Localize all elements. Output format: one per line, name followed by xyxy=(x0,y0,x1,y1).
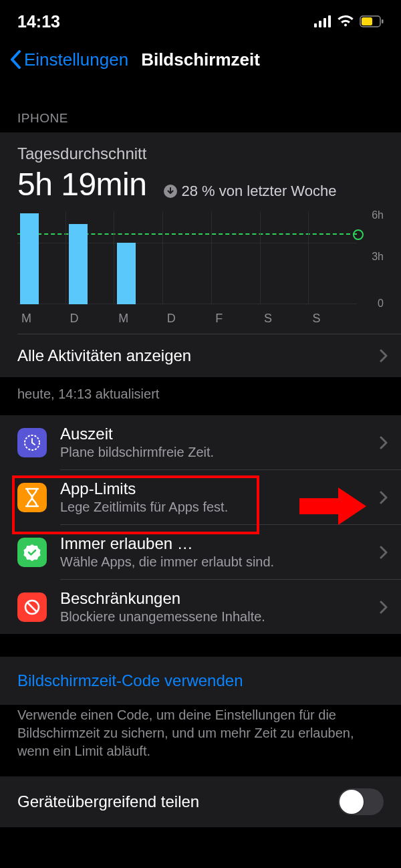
all-activities-row[interactable]: Alle Aktivitäten anzeigen xyxy=(0,334,401,377)
chevron-right-icon xyxy=(380,491,388,504)
code-footer: Verwende einen Code, um deine Einstellun… xyxy=(0,705,401,776)
chart-bar xyxy=(69,224,88,304)
x-tick: S xyxy=(260,312,309,326)
status-time: 14:13 xyxy=(17,12,60,31)
nav-bar: Einstellungen Bildschirmzeit xyxy=(0,43,401,76)
share-row: Geräteübergreifend teilen xyxy=(0,776,401,827)
list-item-beschr-nkungen[interactable]: BeschränkungenBlockiere unangemessene In… xyxy=(0,580,401,634)
item-subtitle: Plane bildschirmfreie Zeit. xyxy=(60,445,380,460)
chart-bar xyxy=(117,243,136,304)
all-activities-label: Alle Aktivitäten anzeigen xyxy=(17,346,380,365)
y-tick-3: 3h xyxy=(372,251,384,263)
chevron-right-icon xyxy=(380,546,388,559)
delta-text: 28 % von letzter Woche xyxy=(164,183,336,200)
chevron-right-icon xyxy=(380,436,388,449)
chevron-right-icon xyxy=(380,601,388,614)
x-tick: M xyxy=(17,312,66,326)
clock-icon xyxy=(17,428,47,457)
item-title: Immer erlauben … xyxy=(60,534,380,553)
y-tick-0: 0 xyxy=(378,298,384,310)
code-link-row[interactable]: Bildschirmzeit-Code verwenden xyxy=(0,657,401,705)
nosign-icon xyxy=(17,592,47,622)
item-title: Beschränkungen xyxy=(60,589,380,608)
usage-chart: 6h 3h 0 MDMDFSS xyxy=(0,208,401,326)
chevron-right-icon xyxy=(380,349,388,362)
svg-line-9 xyxy=(27,603,37,612)
chart-bar xyxy=(20,213,39,304)
status-bar: 14:13 xyxy=(0,0,401,43)
item-title: App-Limits xyxy=(60,479,380,498)
code-link-label: Bildschirmzeit-Code verwenden xyxy=(17,671,243,689)
back-label: Einstellungen xyxy=(24,49,128,70)
page-title: Bildschirmzeit xyxy=(141,49,260,70)
share-label: Geräteübergreifend teilen xyxy=(17,792,338,811)
x-tick: S xyxy=(308,312,357,326)
svg-rect-6 xyxy=(382,19,384,23)
svg-rect-5 xyxy=(362,17,372,25)
avg-value: 5h 19min xyxy=(17,166,146,203)
back-button[interactable]: Einstellungen xyxy=(0,49,128,70)
svg-rect-2 xyxy=(323,18,326,27)
hourglass-icon xyxy=(17,483,47,512)
svg-rect-3 xyxy=(328,15,331,27)
section-header: IPHONE xyxy=(0,76,401,132)
status-right xyxy=(314,15,384,28)
x-tick: D xyxy=(163,312,212,326)
x-tick: F xyxy=(211,312,260,326)
y-tick-6: 6h xyxy=(372,209,384,221)
item-subtitle: Wähle Apps, die immer erlaubt sind. xyxy=(60,554,380,570)
summary-panel: Tagesdurchschnitt 5h 19min 28 % von letz… xyxy=(0,132,401,377)
svg-rect-0 xyxy=(314,23,317,27)
x-tick: D xyxy=(66,312,115,326)
wifi-icon xyxy=(337,15,354,28)
signal-icon xyxy=(314,15,331,27)
settings-list: AuszeitPlane bildschirmfreie Zeit.App-Li… xyxy=(0,415,401,634)
battery-icon xyxy=(360,15,384,27)
item-subtitle: Lege Zeitlimits für Apps fest. xyxy=(60,500,380,515)
list-item-app-limits[interactable]: App-LimitsLege Zeitlimits für Apps fest. xyxy=(0,470,401,524)
updated-timestamp: heute, 14:13 aktualisiert xyxy=(0,377,401,415)
chevron-left-icon xyxy=(9,50,21,69)
svg-rect-1 xyxy=(319,21,321,27)
item-subtitle: Blockiere unangemessene Inhalte. xyxy=(60,609,380,625)
code-panel: Bildschirmzeit-Code verwenden xyxy=(0,657,401,705)
avg-label: Tagesdurchschnitt xyxy=(17,144,384,163)
list-item-auszeit[interactable]: AuszeitPlane bildschirmfreie Zeit. xyxy=(0,415,401,469)
x-tick: M xyxy=(114,312,163,326)
item-title: Auszeit xyxy=(60,425,380,443)
list-item-immer-erlauben[interactable]: Immer erlauben …Wähle Apps, die immer er… xyxy=(0,525,401,579)
arrow-down-icon xyxy=(164,185,177,198)
check-icon xyxy=(17,538,47,567)
share-toggle[interactable] xyxy=(338,788,384,815)
